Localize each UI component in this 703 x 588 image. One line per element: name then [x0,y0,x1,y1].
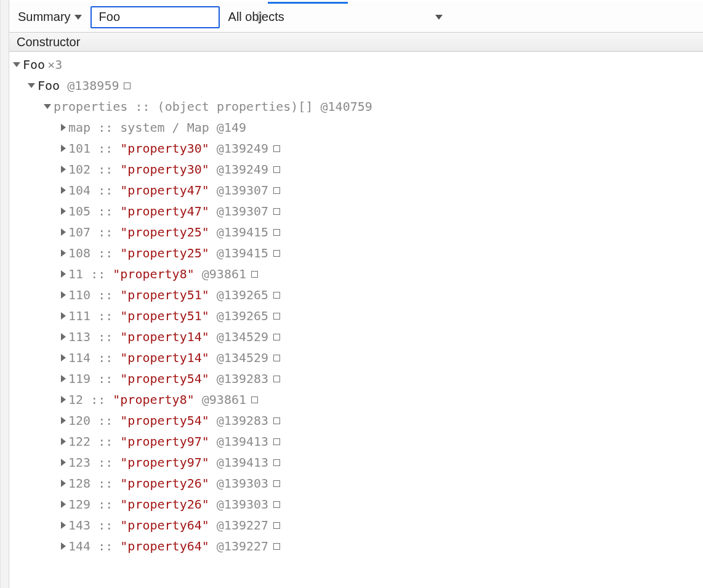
object-scope-dropdown[interactable]: All objects [225,7,446,26]
property-row[interactable]: 128 :: "property26" @139303 [9,473,703,494]
constructor-group-row[interactable]: Foo ×3 [9,54,703,75]
element-link-icon[interactable] [273,376,280,382]
property-row[interactable]: 101 :: "property30" @139249 [9,138,703,159]
prop-index: 102 [68,159,90,180]
element-link-icon[interactable] [251,397,258,403]
element-link-icon[interactable] [273,166,280,173]
element-link-icon[interactable] [273,292,280,299]
element-link-icon[interactable] [273,334,280,340]
element-link-icon[interactable] [273,313,280,320]
column-header[interactable]: Constructor [9,32,703,52]
element-link-icon[interactable] [124,83,131,89]
element-link-icon[interactable] [273,208,280,215]
property-row[interactable]: 113 :: "property14" @134529 [9,326,703,347]
disclosure-triangle-icon[interactable] [61,459,66,466]
toolbar: Summary ✕ All objects [9,0,703,32]
map-label: map [68,117,90,138]
disclosure-triangle-icon[interactable] [61,187,66,194]
view-mode-dropdown[interactable]: Summary [14,7,86,26]
prop-value: "property26" [120,473,209,494]
prop-value: "property25" [120,243,209,264]
property-row[interactable]: 129 :: "property26" @139303 [9,494,703,515]
prop-value: "property47" [120,201,209,222]
property-row[interactable]: 123 :: "property97" @139413 [9,452,703,473]
property-row[interactable]: 114 :: "property14" @134529 [9,347,703,368]
prop-value: "property26" [120,494,209,515]
element-link-icon[interactable] [273,543,280,550]
property-row[interactable]: 110 :: "property51" @139265 [9,284,703,305]
element-link-icon[interactable] [273,501,280,508]
property-row[interactable]: 102 :: "property30" @139249 [9,159,703,180]
prop-index: 120 [68,410,90,431]
disclosure-triangle-icon[interactable] [61,438,66,445]
disclosure-triangle-icon[interactable] [13,62,20,67]
property-row[interactable]: 119 :: "property54" @139283 [9,368,703,389]
prop-index: 144 [68,536,90,557]
property-row[interactable]: 11 :: "property8" @93861 [9,264,703,284]
element-link-icon[interactable] [273,187,280,194]
object-ref: @139303 [217,473,268,494]
element-link-icon[interactable] [273,480,280,487]
property-row[interactable]: 144 :: "property64" @139227 [9,536,703,557]
disclosure-triangle-icon[interactable] [61,354,66,361]
heap-snapshot-panel: Summary ✕ All objects Constructor Foo ×3 [0,0,703,588]
property-row[interactable]: 120 :: "property54" @139283 [9,410,703,431]
disclosure-triangle-icon[interactable] [61,375,66,382]
element-link-icon[interactable] [273,459,280,466]
element-link-icon[interactable] [273,229,280,236]
disclosure-triangle-icon[interactable] [61,522,66,529]
disclosure-triangle-icon[interactable] [44,104,51,109]
disclosure-triangle-icon[interactable] [61,207,66,215]
prop-index: 101 [68,138,90,159]
disclosure-triangle-icon[interactable] [61,228,66,236]
prop-value: "property64" [120,536,209,557]
property-row[interactable]: 143 :: "property64" @139227 [9,515,703,536]
prop-value: "property47" [120,180,209,201]
element-link-icon[interactable] [273,417,280,424]
element-link-icon[interactable] [273,250,280,257]
property-row[interactable]: 122 :: "property97" @139413 [9,431,703,452]
element-link-icon[interactable] [273,438,280,445]
map-row[interactable]: map :: system / Map @149 [9,117,703,138]
prop-index: 111 [68,305,90,326]
disclosure-triangle-icon[interactable] [61,501,66,508]
disclosure-triangle-icon[interactable] [61,396,66,403]
prop-value: "property51" [120,305,209,326]
column-constructor: Constructor [17,35,80,49]
object-ref: @139307 [217,180,268,201]
object-ref: @139249 [217,159,268,180]
element-link-icon[interactable] [273,355,280,361]
element-link-icon[interactable] [273,145,280,152]
prop-value: "property8" [113,264,194,284]
disclosure-triangle-icon[interactable] [61,417,66,424]
disclosure-triangle-icon[interactable] [61,542,66,550]
property-row[interactable]: 105 :: "property47" @139307 [9,201,703,222]
object-ref: @139283 [217,368,268,389]
disclosure-triangle-icon[interactable] [28,83,35,88]
disclosure-triangle-icon[interactable] [61,333,66,340]
object-instance-row[interactable]: Foo @138959 [9,75,703,96]
property-row[interactable]: 111 :: "property51" @139265 [9,305,703,326]
prop-value: "property64" [120,515,209,536]
left-gutter [1,0,9,588]
disclosure-triangle-icon[interactable] [61,145,66,152]
property-row[interactable]: 108 :: "property25" @139415 [9,243,703,264]
object-ref: @140759 [321,96,372,117]
content-area: Summary ✕ All objects Constructor Foo ×3 [9,0,703,588]
object-ref: @139303 [217,494,268,515]
disclosure-triangle-icon[interactable] [61,312,66,320]
disclosure-triangle-icon[interactable] [61,124,66,131]
disclosure-triangle-icon[interactable] [61,480,66,487]
property-row[interactable]: 107 :: "property25" @139415 [9,222,703,243]
property-row[interactable]: 12 :: "property8" @93861 [9,389,703,410]
disclosure-triangle-icon[interactable] [61,291,66,299]
element-link-icon[interactable] [251,271,258,278]
properties-row[interactable]: properties :: (object properties)[] @140… [9,96,703,117]
class-filter-field[interactable]: ✕ [90,6,220,28]
element-link-icon[interactable] [273,522,280,529]
disclosure-triangle-icon[interactable] [61,270,66,278]
disclosure-triangle-icon[interactable] [61,249,66,257]
disclosure-triangle-icon[interactable] [61,166,66,173]
property-row[interactable]: 104 :: "property47" @139307 [9,180,703,201]
prop-value: "property25" [120,222,209,243]
